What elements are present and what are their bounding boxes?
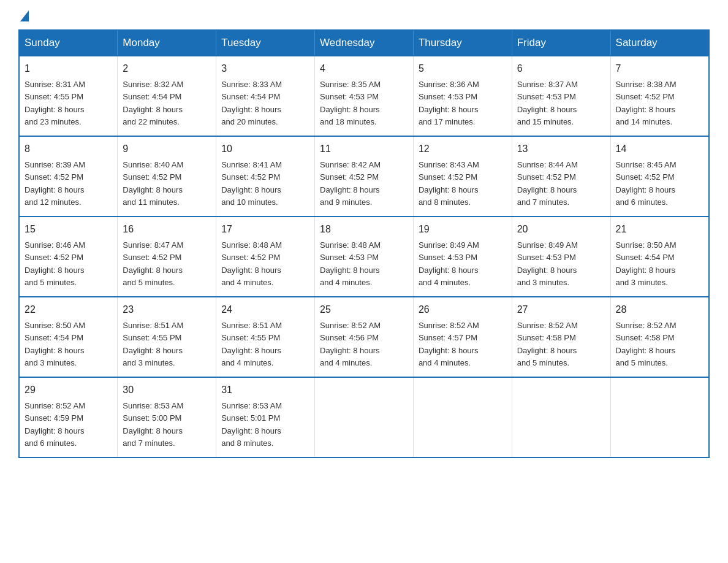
day-info: Sunrise: 8:51 AMSunset: 4:55 PMDaylight:… [123,321,183,367]
day-info: Sunrise: 8:50 AMSunset: 4:54 PMDaylight:… [616,240,677,287]
day-number: 8 [25,142,112,156]
day-info: Sunrise: 8:49 AMSunset: 4:53 PMDaylight:… [419,240,479,287]
day-number: 30 [123,383,211,397]
day-number: 10 [221,142,309,156]
day-number: 26 [419,302,507,317]
day-info: Sunrise: 8:52 AMSunset: 4:59 PMDaylight:… [25,401,85,448]
day-number: 25 [320,302,408,317]
day-info: Sunrise: 8:38 AMSunset: 4:52 PMDaylight:… [616,80,677,126]
day-info: Sunrise: 8:33 AMSunset: 4:54 PMDaylight:… [221,80,282,126]
day-info: Sunrise: 8:52 AMSunset: 4:57 PMDaylight:… [419,321,479,367]
day-info: Sunrise: 8:39 AMSunset: 4:52 PMDaylight:… [25,160,85,207]
calendar-day-cell: 21Sunrise: 8:50 AMSunset: 4:54 PMDayligh… [610,216,709,297]
day-of-week-header: Wednesday [315,30,414,56]
day-info: Sunrise: 8:53 AMSunset: 5:01 PMDaylight:… [221,401,282,448]
day-number: 21 [616,222,703,237]
day-number: 16 [123,222,211,237]
day-number: 31 [221,383,309,397]
day-number: 11 [320,142,408,156]
day-number: 27 [517,302,605,317]
calendar-week-row: 29Sunrise: 8:52 AMSunset: 4:59 PMDayligh… [19,377,709,458]
day-number: 7 [616,61,703,76]
calendar-day-cell [512,377,610,458]
day-info: Sunrise: 8:48 AMSunset: 4:52 PMDaylight:… [221,240,282,287]
day-info: Sunrise: 8:35 AMSunset: 4:53 PMDaylight:… [320,80,381,126]
day-number: 3 [221,61,309,76]
calendar-day-cell: 9Sunrise: 8:40 AMSunset: 4:52 PMDaylight… [118,136,216,216]
calendar-day-cell: 25Sunrise: 8:52 AMSunset: 4:56 PMDayligh… [315,297,414,377]
day-info: Sunrise: 8:48 AMSunset: 4:53 PMDaylight:… [320,240,381,287]
calendar-day-cell: 8Sunrise: 8:39 AMSunset: 4:52 PMDaylight… [19,136,118,216]
logo [18,12,29,23]
calendar-header-row: SundayMondayTuesdayWednesdayThursdayFrid… [19,30,709,56]
calendar-day-cell: 27Sunrise: 8:52 AMSunset: 4:58 PMDayligh… [512,297,610,377]
day-number: 23 [123,302,211,317]
calendar-day-cell: 19Sunrise: 8:49 AMSunset: 4:53 PMDayligh… [413,216,512,297]
calendar-week-row: 8Sunrise: 8:39 AMSunset: 4:52 PMDaylight… [19,136,709,216]
day-number: 9 [123,142,211,156]
day-of-week-header: Thursday [413,30,512,56]
calendar-day-cell: 16Sunrise: 8:47 AMSunset: 4:52 PMDayligh… [118,216,216,297]
calendar-day-cell: 2Sunrise: 8:32 AMSunset: 4:54 PMDaylight… [118,56,216,136]
day-number: 29 [25,383,112,397]
calendar-day-cell: 15Sunrise: 8:46 AMSunset: 4:52 PMDayligh… [19,216,118,297]
calendar-day-cell: 3Sunrise: 8:33 AMSunset: 4:54 PMDaylight… [216,56,315,136]
page-header [18,12,710,23]
day-info: Sunrise: 8:31 AMSunset: 4:55 PMDaylight:… [25,80,85,126]
calendar-day-cell: 31Sunrise: 8:53 AMSunset: 5:01 PMDayligh… [216,377,315,458]
calendar-day-cell: 12Sunrise: 8:43 AMSunset: 4:52 PMDayligh… [413,136,512,216]
day-info: Sunrise: 8:52 AMSunset: 4:58 PMDaylight:… [517,321,578,367]
day-info: Sunrise: 8:42 AMSunset: 4:52 PMDaylight:… [320,160,381,207]
day-of-week-header: Saturday [610,30,709,56]
calendar-day-cell [610,377,709,458]
day-of-week-header: Monday [118,30,216,56]
day-number: 14 [616,142,703,156]
day-info: Sunrise: 8:44 AMSunset: 4:52 PMDaylight:… [517,160,578,207]
day-info: Sunrise: 8:49 AMSunset: 4:53 PMDaylight:… [517,240,578,287]
calendar-day-cell [315,377,414,458]
day-of-week-header: Friday [512,30,610,56]
calendar-day-cell [413,377,512,458]
day-number: 12 [419,142,507,156]
day-of-week-header: Sunday [19,30,118,56]
calendar-day-cell: 17Sunrise: 8:48 AMSunset: 4:52 PMDayligh… [216,216,315,297]
day-number: 4 [320,61,408,76]
calendar-day-cell: 24Sunrise: 8:51 AMSunset: 4:55 PMDayligh… [216,297,315,377]
calendar-week-row: 1Sunrise: 8:31 AMSunset: 4:55 PMDaylight… [19,56,709,136]
day-number: 13 [517,142,605,156]
calendar-table: SundayMondayTuesdayWednesdayThursdayFrid… [18,29,710,458]
calendar-day-cell: 10Sunrise: 8:41 AMSunset: 4:52 PMDayligh… [216,136,315,216]
day-number: 15 [25,222,112,237]
day-info: Sunrise: 8:47 AMSunset: 4:52 PMDaylight:… [123,240,183,287]
calendar-day-cell: 23Sunrise: 8:51 AMSunset: 4:55 PMDayligh… [118,297,216,377]
calendar-day-cell: 4Sunrise: 8:35 AMSunset: 4:53 PMDaylight… [315,56,414,136]
day-info: Sunrise: 8:40 AMSunset: 4:52 PMDaylight:… [123,160,183,207]
day-number: 17 [221,222,309,237]
day-info: Sunrise: 8:32 AMSunset: 4:54 PMDaylight:… [123,80,183,126]
day-info: Sunrise: 8:53 AMSunset: 5:00 PMDaylight:… [123,401,183,448]
day-number: 18 [320,222,408,237]
logo-triangle-icon [20,10,29,21]
calendar-day-cell: 29Sunrise: 8:52 AMSunset: 4:59 PMDayligh… [19,377,118,458]
day-number: 20 [517,222,605,237]
day-info: Sunrise: 8:37 AMSunset: 4:53 PMDaylight:… [517,80,578,126]
day-info: Sunrise: 8:46 AMSunset: 4:52 PMDaylight:… [25,240,85,287]
day-number: 28 [616,302,703,317]
day-info: Sunrise: 8:51 AMSunset: 4:55 PMDaylight:… [221,321,282,367]
day-info: Sunrise: 8:45 AMSunset: 4:52 PMDaylight:… [616,160,677,207]
calendar-day-cell: 5Sunrise: 8:36 AMSunset: 4:53 PMDaylight… [413,56,512,136]
calendar-day-cell: 1Sunrise: 8:31 AMSunset: 4:55 PMDaylight… [19,56,118,136]
day-info: Sunrise: 8:52 AMSunset: 4:58 PMDaylight:… [616,321,677,367]
calendar-day-cell: 26Sunrise: 8:52 AMSunset: 4:57 PMDayligh… [413,297,512,377]
day-of-week-header: Tuesday [216,30,315,56]
day-info: Sunrise: 8:43 AMSunset: 4:52 PMDaylight:… [419,160,479,207]
day-info: Sunrise: 8:50 AMSunset: 4:54 PMDaylight:… [25,321,85,367]
day-number: 6 [517,61,605,76]
calendar-week-row: 22Sunrise: 8:50 AMSunset: 4:54 PMDayligh… [19,297,709,377]
day-info: Sunrise: 8:52 AMSunset: 4:56 PMDaylight:… [320,321,381,367]
calendar-day-cell: 22Sunrise: 8:50 AMSunset: 4:54 PMDayligh… [19,297,118,377]
day-info: Sunrise: 8:41 AMSunset: 4:52 PMDaylight:… [221,160,282,207]
calendar-day-cell: 28Sunrise: 8:52 AMSunset: 4:58 PMDayligh… [610,297,709,377]
day-number: 1 [25,61,112,76]
day-number: 5 [419,61,507,76]
